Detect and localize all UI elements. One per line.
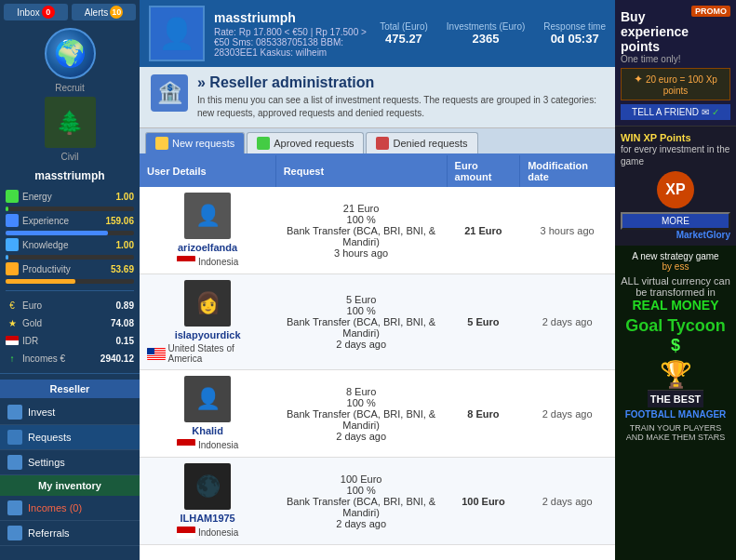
tab-new-requests[interactable]: New requests bbox=[145, 132, 245, 153]
sidebar-username: masstriumph bbox=[0, 166, 140, 186]
user-details-khalid: 👤 Khalid Indonesia bbox=[147, 376, 268, 451]
request-method-3: Bank Transfer (BCA, BRI, BNI, & Mandiri) bbox=[283, 408, 439, 431]
stats-section: Energy 1.00 Experience 159.06 Knowledge … bbox=[0, 186, 140, 369]
xp-rate-text: 20 euro = 100 Xp points bbox=[646, 74, 717, 96]
nav-incomes[interactable]: Incomes (0) bbox=[0, 496, 140, 521]
nav-settings[interactable]: Settings bbox=[0, 450, 140, 475]
country-islapyourdick: United States of America bbox=[147, 343, 268, 364]
header-stat-investments: Investments (Euro) 2365 bbox=[447, 21, 525, 46]
nav-requests-label: Requests bbox=[28, 432, 71, 443]
gold-label: Gold bbox=[22, 318, 107, 328]
header-bar: 👤 masstriumph Rate: Rp 17.800 < €50 | Rp… bbox=[140, 0, 615, 67]
total-euro-value: 475.27 bbox=[380, 32, 428, 46]
my-inventory-header[interactable]: My inventory bbox=[0, 475, 140, 496]
avatar-section: 🌍 Recruit 🌲 Civil bbox=[0, 24, 140, 166]
request-method-2: Bank Transfer (BCA, BRI, BNI, & Mandiri) bbox=[283, 316, 439, 339]
header-stat-total: Total (Euro) 475.27 bbox=[380, 21, 428, 46]
goal-tycoon-ad: A new strategy game by ess ALL virtual c… bbox=[615, 246, 736, 560]
nav-invest-label: Invest bbox=[28, 407, 55, 418]
user-cell-arizoelfanda: 👤 arizoelfanda Indonesia bbox=[140, 187, 275, 274]
new-requests-tab-icon bbox=[155, 137, 168, 150]
divider-2 bbox=[0, 373, 140, 374]
reseller-section-header: Reseller bbox=[0, 380, 140, 398]
flag-id-1 bbox=[177, 256, 195, 268]
experience-bar bbox=[6, 231, 108, 235]
country-khalid: Indonesia bbox=[177, 439, 238, 451]
username-islapyourdick: islapyourdick bbox=[175, 329, 241, 340]
request-amount-4: 100 Euro bbox=[283, 473, 439, 485]
top-bar: Inbox 0 Alerts 10 bbox=[0, 0, 140, 24]
incomes-label: Incomes € bbox=[22, 353, 97, 364]
nav-referrals[interactable]: Referrals bbox=[0, 521, 140, 546]
check-icon: ✓ bbox=[712, 107, 719, 117]
request-cell-3: 8 Euro 100 % Bank Transfer (BCA, BRI, BN… bbox=[275, 370, 447, 458]
idr-value: 0.15 bbox=[116, 336, 134, 346]
knowledge-bar-wrap bbox=[6, 255, 134, 260]
avatar-arizoelfanda: 👤 bbox=[184, 193, 231, 239]
alerts-button[interactable]: Alerts 10 bbox=[72, 4, 136, 20]
nav-requests[interactable]: Requests bbox=[0, 425, 140, 450]
investments-value: 2365 bbox=[447, 32, 525, 46]
request-method-4: Bank Transfer (BCA, BRI, BNI, & Mandiri) bbox=[283, 496, 439, 518]
goal-label: Goal Tycoon bbox=[625, 316, 726, 335]
win-xp-title: WIN XP Points bbox=[621, 132, 730, 143]
nav-invest[interactable]: Invest bbox=[0, 400, 140, 425]
ad-one-time: One time only! bbox=[621, 54, 730, 64]
avatar-civil: 🌲 bbox=[45, 97, 96, 148]
amount-cell-3: 8 Euro bbox=[447, 370, 520, 458]
strategy-game-text: A new strategy game by ess bbox=[632, 251, 718, 272]
more-button[interactable]: MORE bbox=[621, 212, 730, 230]
table-row: 👤 arizoelfanda Indonesia 21 Euro bbox=[140, 187, 615, 274]
request-percent-4: 100 % bbox=[283, 485, 439, 496]
header-stats: Total (Euro) 475.27 Investments (Euro) 2… bbox=[380, 21, 606, 46]
euro-value: 0.89 bbox=[116, 300, 134, 311]
experience-value: 159.06 bbox=[101, 216, 134, 226]
header-details: Rate: Rp 17.800 < €50 | Rp 17.500 > €50 … bbox=[214, 27, 370, 58]
col-request: Request bbox=[275, 155, 447, 187]
user-cell-khalid: 👤 Khalid Indonesia bbox=[140, 370, 275, 458]
email-icon: ✉ bbox=[702, 107, 709, 117]
mod-cell-1: 3 hours ago bbox=[520, 187, 615, 274]
request-percent-1: 100 % bbox=[283, 214, 439, 225]
request-time-1: 3 hours ago bbox=[283, 247, 439, 259]
request-percent-3: 100 % bbox=[283, 397, 439, 408]
train-players-text: TRAIN YOUR PLAYERS AND MAKE THEM STARS bbox=[621, 421, 730, 444]
tab-approved-requests[interactable]: Aproved requests bbox=[247, 132, 364, 153]
country-name-3: Indonesia bbox=[198, 440, 238, 450]
amount-cell-4: 100 Euro bbox=[447, 458, 520, 545]
inbox-button[interactable]: Inbox 0 bbox=[4, 4, 68, 20]
approved-tab-icon bbox=[257, 137, 270, 150]
request-time-2: 2 days ago bbox=[283, 339, 439, 350]
nav-referrals-label: Referrals bbox=[28, 527, 70, 539]
table-header-row: User Details Request Euro amount Modific… bbox=[140, 155, 615, 187]
currency-gold: ★ Gold 74.08 bbox=[6, 315, 134, 330]
alerts-label: Alerts bbox=[85, 7, 109, 18]
user-details-islapyourdick: 👩 islapyourdick United States of America bbox=[147, 280, 268, 364]
page-header-icon: 🏦 bbox=[151, 74, 188, 112]
request-cell-1: 21 Euro 100 % Bank Transfer (BCA, BRI, B… bbox=[275, 187, 447, 274]
by-ess: by ess bbox=[662, 261, 689, 272]
request-time-4: 2 days ago bbox=[283, 518, 439, 529]
investments-label: Investments (Euro) bbox=[447, 21, 525, 32]
country-name-4: Indonesia bbox=[198, 527, 238, 538]
username-khalid: Khalid bbox=[192, 425, 223, 436]
avatar-label-recruit: Recruit bbox=[55, 83, 85, 93]
experience-icon bbox=[6, 214, 19, 227]
header-stat-response: Response time 0d 05:37 bbox=[543, 21, 606, 46]
content-area: 🏦 » Reseller administration In this menu… bbox=[140, 67, 615, 560]
ad-sidebar: PROMO Buy experience points One time onl… bbox=[615, 0, 736, 560]
tell-friend-button[interactable]: TELL A FRIEND ✉ ✓ bbox=[621, 104, 730, 120]
col-modification: Modification date bbox=[520, 155, 615, 187]
currency-idr: IDR 0.15 bbox=[6, 333, 134, 348]
col-euro-amount: Euro amount bbox=[447, 155, 520, 187]
real-money-text: REAL MONEY bbox=[632, 298, 718, 313]
avatar-globe: 🌍 bbox=[45, 28, 96, 79]
invest-icon bbox=[7, 405, 22, 420]
idr-flag-icon bbox=[6, 334, 19, 347]
page-description: In this menu you can see a list of inves… bbox=[197, 94, 604, 120]
request-time-3: 2 days ago bbox=[283, 431, 439, 442]
response-label: Response time bbox=[543, 21, 606, 32]
productivity-icon bbox=[6, 262, 19, 275]
tab-denied-requests[interactable]: Denied requests bbox=[366, 132, 477, 153]
flag-us-1 bbox=[147, 348, 166, 360]
